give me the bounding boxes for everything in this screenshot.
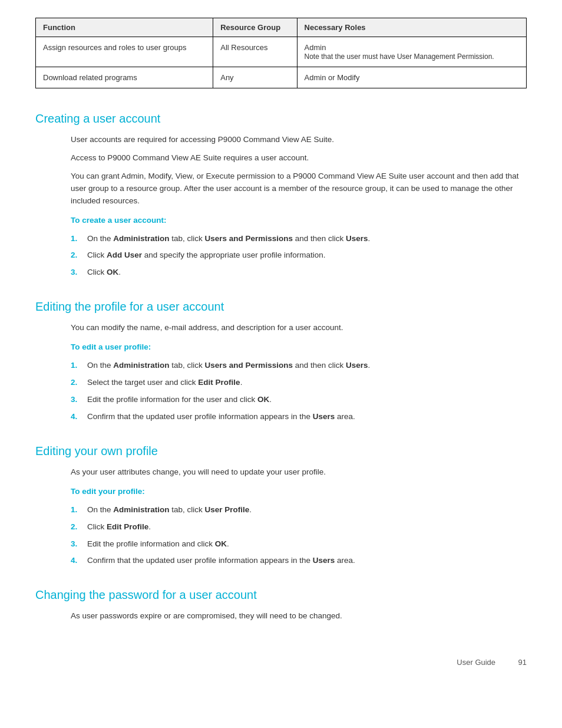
list-item: 2. Click Edit Profile. xyxy=(71,521,527,533)
list-item: 1. On the Administration tab, click User… xyxy=(71,504,527,516)
paragraph-2: Access to P9000 Command View AE Suite re… xyxy=(71,152,527,164)
section-heading-own-profile: Editing your own profile xyxy=(35,444,527,458)
page-footer: User Guide 91 xyxy=(35,658,527,667)
subsection-heading-create: To create a user account: xyxy=(71,215,527,227)
table-cell-function-1: Assign resources and roles to user group… xyxy=(36,37,213,67)
table-cell-roles-1: Admin Note that the user must have User … xyxy=(297,37,526,67)
section-content-creating: User accounts are required for accessing… xyxy=(71,134,527,279)
paragraph-1: User accounts are required for accessing… xyxy=(71,134,527,146)
list-item: 3. Edit the profile information for the … xyxy=(71,394,527,406)
list-item: 1. On the Administration tab, click User… xyxy=(71,233,527,245)
list-item: 4. Confirm that the updated user profile… xyxy=(71,555,527,567)
list-item: 1. On the Administration tab, click User… xyxy=(71,360,527,372)
section-creating-user-account: Creating a user account User accounts ar… xyxy=(35,112,527,279)
section-content-editing-profile: You can modify the name, e-mail address,… xyxy=(71,322,527,423)
paragraph-password-1: As user passwords expire or are compromi… xyxy=(71,610,527,622)
table-row: Download related programs Any Admin or M… xyxy=(36,67,527,88)
table-cell-resource-2: Any xyxy=(213,67,297,88)
table-header-resource-group: Resource Group xyxy=(213,18,297,37)
subsection-heading-edit-profile: To edit a user profile: xyxy=(71,341,527,354)
table-row: Assign resources and roles to user group… xyxy=(36,37,527,67)
table-header-necessary-roles: Necessary Roles xyxy=(297,18,526,37)
footer-label: User Guide xyxy=(457,658,495,667)
table-cell-function-2: Download related programs xyxy=(36,67,213,88)
list-item: 3. Click OK. xyxy=(71,266,527,279)
steps-list-creating: 1. On the Administration tab, click User… xyxy=(71,233,527,279)
section-content-own-profile: As your user attributes change, you will… xyxy=(71,466,527,568)
section-heading-creating: Creating a user account xyxy=(35,112,527,126)
section-changing-password: Changing the password for a user account… xyxy=(35,588,527,622)
steps-list-own-profile: 1. On the Administration tab, click User… xyxy=(71,504,527,568)
section-editing-own-profile: Editing your own profile As your user at… xyxy=(35,444,527,568)
table-cell-roles-2: Admin or Modify xyxy=(297,67,526,88)
steps-list-editing-profile: 1. On the Administration tab, click User… xyxy=(71,360,527,423)
paragraph-edit-1: You can modify the name, e-mail address,… xyxy=(71,322,527,334)
list-item: 4. Confirm that the updated user profile… xyxy=(71,411,527,423)
paragraph-own-1: As your user attributes change, you will… xyxy=(71,466,527,479)
section-content-changing-password: As user passwords expire or are compromi… xyxy=(71,610,527,622)
list-item: 2. Click Add User and specify the approp… xyxy=(71,249,527,262)
page-number: 91 xyxy=(518,658,527,667)
section-heading-editing-profile: Editing the profile for a user account xyxy=(35,300,527,314)
list-item: 2. Select the target user and click Edit… xyxy=(71,377,527,389)
list-item: 3. Edit the profile information and clic… xyxy=(71,538,527,551)
table-header-function: Function xyxy=(36,18,213,37)
function-table: Function Resource Group Necessary Roles … xyxy=(35,18,527,88)
paragraph-3: You can grant Admin, Modify, View, or Ex… xyxy=(71,170,527,207)
subsection-heading-edit-own: To edit your profile: xyxy=(71,486,527,498)
table-cell-resource-1: All Resources xyxy=(213,37,297,67)
section-editing-profile: Editing the profile for a user account Y… xyxy=(35,300,527,423)
section-heading-changing-password: Changing the password for a user account xyxy=(35,588,527,602)
footer-separator xyxy=(503,658,511,667)
